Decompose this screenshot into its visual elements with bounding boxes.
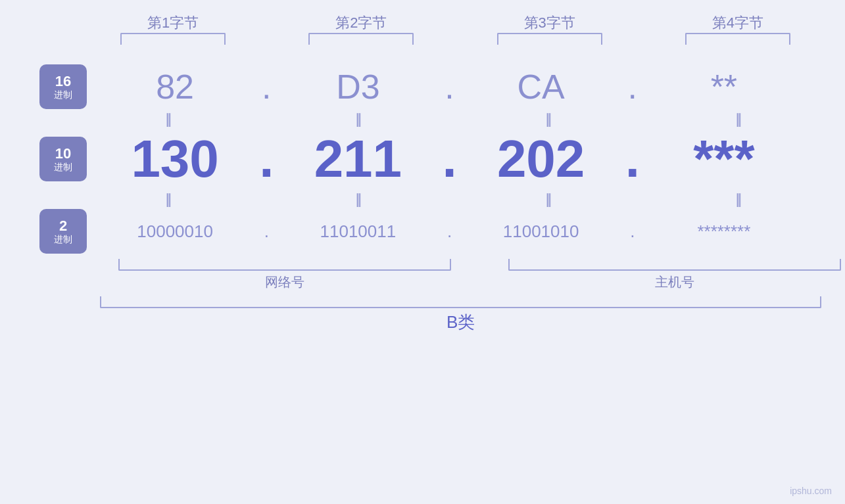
main-container: 第1字节 第2字节 第3字节 第4字节 16 进制 82 . D3 . CA .… [0, 0, 845, 504]
hex-badge-number: 16 [55, 74, 71, 89]
byte-headers: 第1字节 第2字节 第3字节 第4字节 [66, 13, 832, 33]
dec-dot-1: . [256, 129, 276, 189]
eq2-4: ‖ [642, 189, 833, 209]
dec-val-3: 202 [460, 129, 623, 189]
hex-dot-2: . [440, 67, 460, 106]
byte2-label: 第2字节 [267, 13, 455, 33]
eq2-3: ‖ [453, 189, 643, 209]
hex-val-3: CA [460, 67, 623, 106]
decimal-row: 10 进制 130 . 211 . 202 . *** [39, 129, 806, 189]
class-label-row: B类 [93, 311, 845, 334]
net-bracket [118, 259, 451, 271]
net-host-labels: 网络号 主机号 [93, 273, 845, 291]
host-label: 主机号 [490, 273, 846, 291]
bracket1 [120, 33, 226, 45]
decimal-badge: 10 进制 [39, 137, 87, 181]
hex-dot-3: . [623, 67, 642, 106]
eq1-3: ‖ [453, 109, 643, 129]
net-bracket-wrap [100, 259, 470, 271]
hex-values: 82 . D3 . CA . ** [93, 67, 806, 106]
binary-row: 2 进制 10000010 . 11010011 . 11001010 . **… [39, 209, 806, 254]
bracket1-wrap [79, 33, 267, 45]
binary-badge: 2 进制 [39, 209, 87, 254]
bin-val-4: ******** [642, 221, 806, 242]
bin-dot-1: . [256, 221, 276, 242]
eq2-2: ‖ [263, 189, 453, 209]
decimal-badge-number: 10 [55, 146, 71, 162]
hex-dot-1: . [256, 67, 276, 106]
bracket4 [685, 33, 790, 45]
bin-dot-3: . [623, 221, 642, 242]
big-bracket-row [93, 296, 845, 308]
net-host-brackets [93, 259, 845, 271]
byte3-label: 第3字节 [456, 13, 644, 33]
host-bracket-wrap [490, 259, 846, 271]
dec-val-2: 211 [276, 129, 439, 189]
bottom-section: 网络号 主机号 B类 [39, 259, 806, 334]
hex-badge: 16 进制 [39, 64, 87, 109]
eq2-1: ‖ [73, 189, 263, 209]
network-label: 网络号 [100, 273, 470, 291]
equals-row-2: ‖ ‖ ‖ ‖ [66, 189, 833, 209]
byte1-label: 第1字节 [79, 13, 267, 33]
decimal-badge-text: 进制 [54, 162, 72, 173]
bracket2-wrap [267, 33, 455, 45]
eq1-4: ‖ [642, 109, 833, 129]
bracket3-wrap [456, 33, 644, 45]
class-label: B类 [100, 311, 821, 334]
big-bracket [100, 296, 821, 308]
bin-val-1: 10000010 [93, 221, 256, 242]
top-brackets-row [66, 33, 832, 45]
hex-val-1: 82 [93, 67, 256, 106]
bracket2 [308, 33, 414, 45]
binary-badge-number: 2 [59, 218, 67, 234]
bin-val-2: 11010011 [276, 221, 439, 242]
host-bracket [508, 259, 841, 271]
eq1-1: ‖ [73, 109, 263, 129]
equals-row-1: ‖ ‖ ‖ ‖ [66, 109, 833, 129]
byte4-label: 第4字节 [644, 13, 832, 33]
binary-values: 10000010 . 11010011 . 11001010 . *******… [93, 221, 806, 242]
hex-row: 16 进制 82 . D3 . CA . ** [39, 64, 806, 109]
eq1-2: ‖ [263, 109, 453, 129]
dec-val-1: 130 [93, 129, 256, 189]
bracket3 [497, 33, 602, 45]
hex-val-4: ** [642, 67, 806, 106]
hex-badge-text: 进制 [54, 89, 72, 101]
decimal-values: 130 . 211 . 202 . *** [93, 129, 806, 189]
bin-val-3: 11001010 [460, 221, 623, 242]
dec-dot-2: . [440, 129, 460, 189]
dec-dot-3: . [623, 129, 642, 189]
binary-badge-text: 进制 [54, 234, 72, 245]
bin-dot-2: . [440, 221, 460, 242]
dec-val-4: *** [642, 129, 806, 189]
hex-val-2: D3 [276, 67, 439, 106]
bracket4-wrap [644, 33, 832, 45]
watermark: ipshu.com [790, 486, 832, 496]
